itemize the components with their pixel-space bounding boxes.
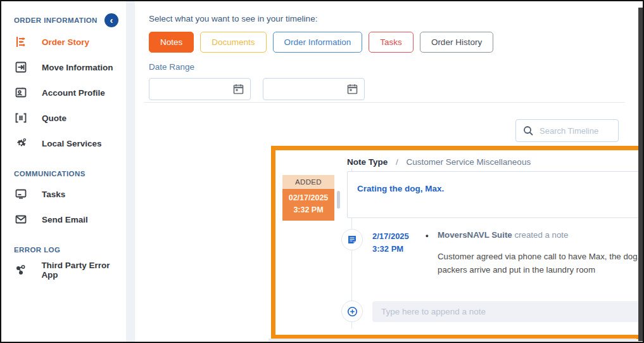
filter-order-history-button[interactable]: Order History (420, 32, 493, 53)
search-timeline-input[interactable] (540, 126, 612, 136)
local-services-icon (14, 138, 28, 150)
sidebar-item-account-profile[interactable]: Account Profile (1, 80, 126, 105)
entry-timestamp: 2/17/2025 3:32 PM (372, 230, 409, 256)
panel-scrollbar-thumb[interactable] (337, 191, 340, 209)
sidebar-item-label: Account Profile (42, 88, 105, 98)
note-body-text: Customer agreed via phone call to have M… (438, 250, 644, 276)
sidebar-content-divider (126, 1, 135, 342)
vertical-scrollbar[interactable] (638, 8, 643, 341)
quote-icon (14, 112, 28, 124)
note-type-breadcrumb: Note Type / Customer Service Miscellaneo… (347, 157, 531, 167)
horizontal-scrollbar[interactable] (268, 339, 636, 341)
timeline-filter-buttons: Notes Documents Order Information Tasks … (149, 32, 493, 53)
sidebar-section-error-log: ERROR LOG (1, 232, 126, 257)
entry-action: created a note (514, 230, 568, 240)
append-note-input[interactable] (372, 301, 644, 322)
sidebar-item-order-story[interactable]: Order Story (1, 29, 126, 55)
calendar-icon[interactable] (233, 84, 244, 94)
sidebar-item-label: Quote (42, 113, 66, 123)
sidebar-item-local-services[interactable]: Local Services (1, 131, 126, 156)
append-note-node[interactable] (341, 301, 363, 322)
sidebar-item-tasks[interactable]: Tasks (1, 181, 126, 207)
sidebar-section-communications: COMMUNICATIONS (1, 156, 126, 181)
send-email-icon (14, 214, 28, 225)
filter-documents-button[interactable]: Documents (200, 32, 266, 53)
plus-circle-icon (347, 306, 358, 317)
date-range-end-input[interactable] (263, 78, 365, 100)
breadcrumb-label: Note Type (347, 157, 388, 167)
entry-meta: MoversNAVL Suite created a note (438, 230, 568, 240)
sidebar-collapse-button[interactable]: ‹ (104, 13, 118, 27)
timeline-note-node (341, 229, 363, 250)
calendar-icon[interactable] (347, 84, 358, 94)
sidebar-item-label: Local Services (42, 139, 102, 148)
section-divider (144, 102, 625, 103)
event-status-badge: ADDED (282, 175, 334, 189)
note-icon (347, 235, 357, 245)
note-card[interactable]: Crating the dog, Max. PRIVATE (347, 171, 644, 218)
tasks-icon (14, 188, 28, 200)
sidebar-item-label: Order Story (42, 37, 89, 47)
breadcrumb-value: Customer Service Miscellaneous (407, 157, 531, 167)
sidebar-item-label: Tasks (42, 190, 65, 199)
timeline-event-badge[interactable]: ADDED 02/17/2025 3:32 PM (282, 175, 334, 221)
sidebar-item-move-information[interactable]: Move Information (1, 55, 126, 80)
move-information-icon (14, 61, 28, 73)
sidebar-item-label: Third Party Error App (41, 261, 126, 280)
event-timestamp: 02/17/2025 3:32 PM (282, 189, 334, 221)
sidebar-item-send-email[interactable]: Send Email (1, 207, 126, 232)
app-window: ORDER INFORMATION ‹ Order Story (0, 0, 644, 343)
filter-order-information-button[interactable]: Order Information (273, 32, 363, 53)
sidebar-item-quote[interactable]: Quote (1, 105, 126, 131)
date-range-label: Date Range (149, 62, 194, 72)
order-story-icon (14, 36, 28, 48)
search-icon (523, 126, 534, 136)
sidebar-item-label: Move Information (42, 63, 113, 72)
sidebar-section-order-information: ORDER INFORMATION (14, 16, 98, 24)
sidebar-item-label: Send Email (42, 215, 88, 224)
entry-bullet: • (426, 231, 429, 240)
network-icon (14, 264, 27, 276)
timeline-highlight-panel: ADDED 02/17/2025 3:32 PM Note Type / Cus… (271, 146, 644, 339)
filter-notes-button[interactable]: Notes (149, 32, 194, 53)
note-title-link[interactable]: Crating the dog, Max. (357, 184, 444, 193)
search-timeline-box[interactable] (515, 119, 619, 142)
timeline-page: Select what you want to see in your time… (135, 1, 643, 342)
date-range-start-input[interactable] (149, 78, 251, 100)
sidebar: ORDER INFORMATION ‹ Order Story (1, 1, 126, 342)
breadcrumb-separator: / (396, 157, 398, 167)
timeline-filter-prompt: Select what you want to see in your time… (149, 14, 317, 23)
sidebar-item-third-party-error-app[interactable]: Third Party Error App (1, 257, 126, 283)
account-profile-icon (14, 87, 28, 98)
entry-actor: MoversNAVL Suite (438, 230, 512, 240)
filter-tasks-button[interactable]: Tasks (369, 32, 414, 53)
sidebar-header: ORDER INFORMATION ‹ (1, 1, 126, 29)
